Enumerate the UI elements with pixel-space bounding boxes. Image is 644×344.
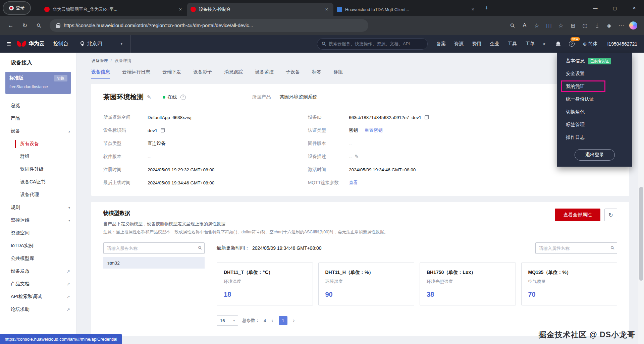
tab-close-icon[interactable]: ×	[323, 6, 330, 13]
instance-switch-button[interactable]: 切换	[54, 75, 67, 81]
back-icon[interactable]: ←	[5, 20, 17, 31]
nav-tickets[interactable]: 工单	[525, 41, 535, 47]
menu-item-basic-info[interactable]: 基本信息 已实名认证	[557, 55, 632, 67]
copy-icon[interactable]	[425, 115, 429, 119]
sidebar-item-sw-upgrade[interactable]: 软固件升级	[0, 163, 76, 176]
nav-billing[interactable]: 费用	[472, 41, 481, 47]
sidebar-item-resource-space[interactable]: 资源空间	[0, 227, 76, 239]
breadcrumb-parent[interactable]: 设备管理	[91, 58, 108, 64]
page-size-select[interactable]: 16 ▾	[217, 316, 238, 326]
tab-sub-devices[interactable]: 子设备	[286, 69, 300, 79]
sidebar-item-product[interactable]: 产品	[0, 112, 76, 125]
refresh-icon[interactable]: ↻	[19, 20, 31, 31]
instance-card[interactable]: 标准版 切换 freeStandardInstance	[5, 72, 71, 94]
scrollbar-thumb[interactable]	[639, 187, 643, 281]
page-number-1[interactable]: 1	[279, 316, 287, 325]
tab-cloud-run-log[interactable]: 云端运行日志	[122, 69, 150, 79]
tab-close-icon[interactable]: ×	[470, 6, 476, 13]
nav-beian[interactable]: 备案	[436, 41, 446, 47]
copy-icon[interactable]	[161, 128, 165, 132]
tab-cloud-delivery[interactable]: 云端下发	[162, 69, 181, 79]
sidebar-item-monitor[interactable]: 监控运维 ▾	[0, 214, 76, 227]
history-icon[interactable]: ◷	[579, 20, 591, 31]
refresh-button[interactable]: ↻	[604, 209, 617, 221]
tab-device-info[interactable]: 设备信息	[91, 69, 110, 79]
region-selector[interactable]: 北京四 ▾	[72, 35, 131, 53]
menu-item-security-settings[interactable]: 安全设置	[557, 67, 632, 80]
tab-device-shadow[interactable]: 设备影子	[193, 69, 212, 79]
sidebar-item-iotda-instance[interactable]: IoTDA实例	[0, 239, 76, 252]
menu-item-my-credentials[interactable]: 我的凭证	[557, 80, 632, 93]
sidebar-item-model-library[interactable]: 公共模型库	[0, 252, 76, 265]
cli-terminal-icon[interactable]: >_	[543, 42, 547, 46]
sidebar-item-product-docs[interactable]: 产品文档 ↗	[0, 278, 76, 290]
new-tab-button[interactable]: +	[482, 3, 492, 13]
property-search-input[interactable]	[535, 242, 617, 254]
maximize-button[interactable]: ▢	[605, 0, 625, 16]
sidebar-item-groups[interactable]: 群组	[0, 150, 76, 163]
edit-icon[interactable]: ✎	[355, 154, 359, 160]
sidebar-item-api-explorer[interactable]: API检索和调试 ↗	[0, 290, 76, 303]
mqtt-view-link[interactable]: 查看	[349, 180, 358, 186]
tab-groups[interactable]: 群组	[333, 69, 343, 79]
property-card-dht11-t[interactable]: DHT11_T（单位：℃） 环境温度 18	[217, 263, 313, 305]
console-search[interactable]: ⚲	[317, 38, 428, 50]
tab-close-icon[interactable]: ×	[177, 6, 184, 13]
console-search-input[interactable]	[329, 41, 423, 46]
menu-item-operation-log[interactable]: 操作日志	[557, 131, 632, 144]
sidebar-item-ca-cert[interactable]: 设备CA证书	[0, 176, 76, 188]
browser-tab-1[interactable]: 华为云物联网平台_华为云IoT平... ×	[41, 3, 187, 16]
favorite-icon[interactable]: ☆	[531, 20, 543, 31]
url-text[interactable]: https://console.huaweicloud.com/iotdm/?r…	[64, 23, 253, 28]
property-card-dht11-h[interactable]: DHT11_H（单位：%） 环境湿度 90	[318, 263, 415, 305]
info-icon[interactable]: ?	[180, 95, 186, 100]
hamburger-menu-icon[interactable]: ≡	[7, 40, 11, 48]
read-aloud-icon[interactable]: A	[519, 20, 531, 31]
property-card-bh1750[interactable]: BH1750（单位：Lux） 环境光照强度 38	[420, 263, 516, 305]
tab-device-monitor[interactable]: 设备监控	[255, 69, 274, 79]
property-card-mq135[interactable]: MQ135（单位：%） 空气质量 70	[521, 263, 618, 305]
search-icon[interactable]: ⚲	[33, 20, 45, 31]
next-page-icon[interactable]: ›	[291, 317, 296, 324]
downloads-icon[interactable]: ↓	[591, 20, 603, 31]
sidebar-item-device[interactable]: 设备 ▴	[0, 125, 76, 137]
nav-enterprise[interactable]: 企业	[490, 41, 499, 47]
console-link[interactable]: 控制台	[53, 41, 68, 47]
sidebar-item-overview[interactable]: 总览	[0, 99, 76, 112]
sidebar-item-all-devices[interactable]: 所有设备	[0, 137, 76, 150]
sidebar-item-rules[interactable]: 规则 ▾	[0, 201, 76, 214]
page-scrollbar[interactable]	[638, 53, 644, 344]
product-name[interactable]: 茶园环境监测系统	[280, 94, 317, 100]
sidebar-item-device-provision[interactable]: 设备发放 ↗	[0, 265, 76, 278]
nav-resources[interactable]: 资源	[454, 41, 464, 47]
browser-essentials-icon[interactable]: ◈	[603, 20, 615, 31]
zoom-icon[interactable]: ⚲	[506, 20, 519, 31]
tab-message-trace[interactable]: 消息跟踪	[224, 69, 243, 79]
menu-item-switch-role[interactable]: 切换角色	[557, 106, 632, 118]
browser-tab-3[interactable]: Huaweicloud IoTDA Mqtt Client... ×	[333, 3, 480, 16]
nav-tools[interactable]: 工具	[507, 41, 517, 47]
tab-tags[interactable]: 标签	[312, 69, 321, 79]
service-search-input[interactable]	[103, 242, 205, 254]
prev-page-icon[interactable]: ‹	[270, 317, 275, 324]
browser-tab-2-active[interactable]: 设备接入-控制台 ×	[187, 3, 333, 16]
notification-bell-icon[interactable]	[556, 42, 560, 46]
reset-key-link[interactable]: 重置密钥	[365, 127, 383, 133]
view-all-properties-button[interactable]: 查看全部属性	[555, 209, 600, 221]
sidebar-item-device-proxy[interactable]: 设备代理	[0, 188, 76, 201]
menu-item-iam[interactable]: 统一身份认证	[557, 93, 632, 106]
address-bar[interactable]: https://console.huaweicloud.com/iotdm/?r…	[50, 19, 368, 32]
collections-icon[interactable]: ⊞	[567, 20, 579, 31]
settings-more-icon[interactable]: ⋯	[615, 20, 627, 31]
logout-button[interactable]: 退出登录	[575, 149, 615, 161]
help-icon[interactable]: ? NEW	[569, 41, 575, 47]
minimize-button[interactable]: —	[586, 0, 605, 16]
account-id[interactable]: I19504562721	[607, 41, 637, 47]
login-widget[interactable]: 登录	[3, 1, 31, 15]
brand-name[interactable]: 华为云	[29, 40, 45, 47]
split-screen-icon[interactable]: ◫	[543, 20, 555, 31]
sidebar-item-forum-help[interactable]: 论坛求助 ↗	[0, 303, 76, 316]
copilot-icon[interactable]	[627, 20, 639, 31]
favorites-bar-icon[interactable]: ☆	[555, 20, 567, 31]
window-close-button[interactable]: ×	[625, 0, 644, 16]
